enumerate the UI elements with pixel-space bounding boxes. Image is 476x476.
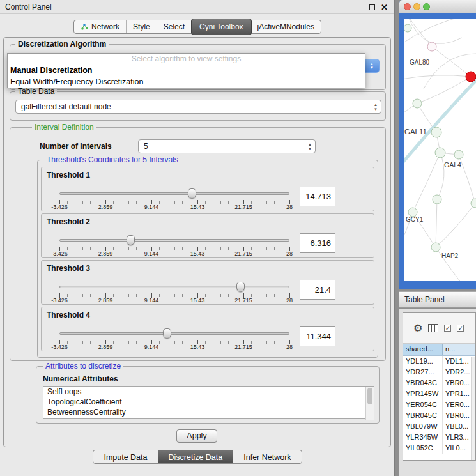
node-label-gal11[interactable]: GAL11 bbox=[404, 128, 427, 135]
threshold-label: Threshold 3 bbox=[47, 264, 90, 273]
list-item[interactable]: BetweennessCentrality bbox=[43, 407, 373, 417]
dropdown-option-manual-discretization[interactable]: Manual Discretization bbox=[8, 65, 365, 76]
table-row[interactable]: YDL19...YDL1... bbox=[403, 356, 475, 367]
node-label-gcy1[interactable]: GCY1 bbox=[406, 216, 424, 223]
slider-tick-labels: -3.4262.8599.14415.4321.71528 bbox=[59, 297, 289, 303]
slider-track[interactable] bbox=[59, 286, 289, 288]
float-window-icon[interactable] bbox=[369, 4, 375, 10]
checkbox-icon[interactable]: ✓ bbox=[457, 325, 464, 332]
tab-jactivemnodules[interactable]: jActiveMNodules bbox=[251, 20, 321, 33]
algorithm-dropdown-popup: Select algorithm to view settings Manual… bbox=[7, 53, 365, 88]
table-row[interactable]: YBR043CYBR0... bbox=[403, 378, 475, 388]
number-of-intervals-label: Number of Intervals bbox=[40, 142, 112, 151]
threshold-value-field[interactable]: 21.4 bbox=[300, 280, 335, 300]
threshold-3-box: Threshold 3 -3.4262.8599.14415.4321.7152… bbox=[41, 260, 374, 305]
tick-label: 15.43 bbox=[190, 297, 205, 303]
tick-label: 2.859 bbox=[98, 250, 113, 257]
combo-arrows-icon: ▲▼ bbox=[374, 100, 378, 113]
table-scrollbar[interactable] bbox=[471, 357, 475, 460]
table-cell: YBR045C bbox=[403, 410, 443, 421]
close-icon[interactable]: ✕ bbox=[381, 3, 388, 12]
tick-label: 9.144 bbox=[144, 250, 159, 257]
slider-track[interactable] bbox=[59, 332, 289, 335]
dropdown-option-equal-width-frequency[interactable]: Equal Width/Frequency Discretization bbox=[8, 76, 365, 88]
table-row[interactable]: YBR045CYBR0... bbox=[403, 410, 475, 421]
tick-label: 28 bbox=[286, 250, 293, 257]
tick-label: -3.426 bbox=[51, 250, 68, 257]
list-item[interactable]: TopologicalCoefficient bbox=[43, 397, 373, 407]
mac-zoom-icon[interactable] bbox=[423, 3, 430, 10]
tab-infer-network[interactable]: Infer Network bbox=[233, 450, 301, 463]
columns-icon[interactable] bbox=[428, 324, 438, 332]
number-of-intervals-select[interactable]: 5 ▲▼ bbox=[138, 139, 316, 153]
tab-discretize-data[interactable]: Discretize Data bbox=[158, 450, 234, 463]
bottom-tab-bar: Impute Data Discretize Data Infer Networ… bbox=[0, 450, 395, 464]
tick-label: 2.859 bbox=[98, 204, 113, 210]
network-window-titlebar bbox=[399, 0, 476, 13]
selected-value: galFiltered.sif default node bbox=[16, 100, 381, 113]
numerical-attributes-label: Numerical Attributes bbox=[43, 374, 118, 383]
tick-label: -3.426 bbox=[51, 344, 68, 350]
column-header-name[interactable]: n... bbox=[443, 344, 475, 355]
gear-icon[interactable]: ⚙ bbox=[413, 322, 422, 334]
slider-thumb[interactable] bbox=[188, 188, 196, 199]
table-cell: YLR345W bbox=[403, 432, 443, 443]
table-row[interactable]: YPR145WYPR1... bbox=[403, 388, 475, 399]
slider-track[interactable] bbox=[59, 192, 289, 195]
attributes-to-discretize-group: Attributes to discretize Numerical Attri… bbox=[36, 366, 380, 424]
node-label-gal80[interactable]: GAL80 bbox=[410, 59, 430, 66]
slider-thumb[interactable] bbox=[127, 235, 135, 245]
table-data-select[interactable]: galFiltered.sif default node ▲▼ bbox=[15, 100, 381, 114]
tick-label: 21.715 bbox=[234, 250, 252, 257]
table-row[interactable]: YER054CYER0... bbox=[403, 399, 475, 410]
window-title: Control Panel bbox=[0, 0, 52, 14]
table-cell: YPR145W bbox=[403, 388, 443, 399]
threshold-2-box: Threshold 2 -3.4262.8599.14415.4321.7152… bbox=[41, 213, 374, 258]
tab-label: Style bbox=[133, 20, 150, 33]
mac-close-icon[interactable] bbox=[404, 3, 411, 10]
threshold-label: Threshold 4 bbox=[47, 311, 90, 319]
table-cell: YBL079W bbox=[403, 421, 443, 432]
network-canvas[interactable]: GAL80 GAL11 GAL4 GCY1 HAP2 bbox=[404, 19, 476, 281]
tab-network[interactable]: Network bbox=[74, 20, 127, 33]
tab-cyni-toolbox[interactable]: Cyni Toolbox bbox=[191, 19, 251, 35]
table-row[interactable]: YIL052CYIL0... bbox=[403, 443, 475, 454]
threshold-value-field[interactable]: 14.713 bbox=[300, 187, 335, 206]
tick-label: -3.426 bbox=[51, 297, 68, 303]
slider-tick-labels: -3.4262.8599.14415.4321.71528 bbox=[59, 250, 289, 257]
tab-impute-data[interactable]: Impute Data bbox=[93, 450, 158, 463]
dropdown-placeholder[interactable]: Select algorithm to view settings bbox=[8, 54, 365, 65]
table-row[interactable]: YLR345WYLR3... bbox=[403, 432, 475, 443]
network-icon bbox=[81, 23, 88, 31]
slider-thumb[interactable] bbox=[163, 328, 171, 339]
checkbox-icon[interactable]: ✓ bbox=[444, 325, 451, 332]
list-item[interactable]: SelfLoops bbox=[43, 387, 373, 397]
table-data-group: Table Data galFiltered.sif default node … bbox=[10, 91, 386, 121]
table-row[interactable]: YDR27...YDR2... bbox=[403, 367, 475, 378]
selected-node[interactable] bbox=[466, 72, 476, 82]
tab-style[interactable]: Style bbox=[127, 20, 157, 33]
mac-minimize-icon[interactable] bbox=[413, 3, 420, 10]
tick-label: 28 bbox=[286, 204, 293, 210]
tick-label: 15.43 bbox=[190, 204, 205, 210]
table-cell: YDR27... bbox=[403, 367, 443, 378]
threshold-value-field[interactable]: 6.316 bbox=[300, 233, 335, 253]
slider-tick-labels: -3.4262.8599.14415.4321.71528 bbox=[59, 204, 289, 210]
node-label-gal4[interactable]: GAL4 bbox=[444, 161, 461, 169]
group-title: Discretization Algorithm bbox=[15, 40, 109, 49]
column-header-shared-name[interactable]: shared... bbox=[403, 344, 443, 355]
table-row[interactable]: YBL079WYBL0... bbox=[403, 421, 475, 432]
tab-label: Cyni Toolbox bbox=[199, 20, 243, 33]
threshold-value-field[interactable]: 11.344 bbox=[300, 326, 335, 346]
table-panel: ⚙ ✓ ✓ shared... n... YDL19...YDL1...YDR2… bbox=[399, 309, 476, 476]
threshold-1-box: Threshold 1 -3.4262.8599.14415.4321.7152… bbox=[41, 167, 374, 211]
slider-thumb[interactable] bbox=[236, 282, 245, 292]
apply-button[interactable]: Apply bbox=[176, 429, 217, 443]
thresholds-group: Threshold's Coordinates for 5 Intervals … bbox=[37, 160, 378, 358]
node-label-hap2[interactable]: HAP2 bbox=[441, 252, 459, 259]
table-cell: YBR043C bbox=[403, 378, 443, 388]
tab-select[interactable]: Select bbox=[157, 20, 192, 33]
slider-track[interactable] bbox=[59, 239, 289, 242]
list-scrollbar[interactable] bbox=[365, 387, 374, 420]
tab-label: Select bbox=[164, 20, 185, 33]
